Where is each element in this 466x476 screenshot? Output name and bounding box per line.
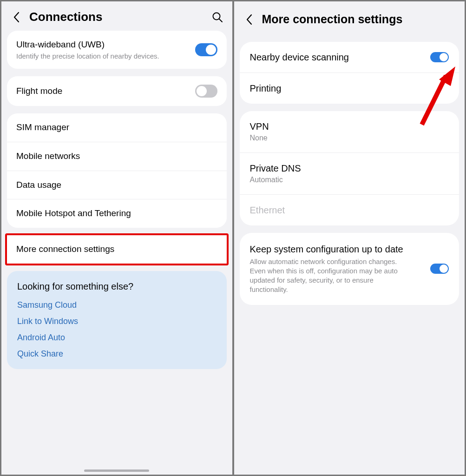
keep-config-item[interactable]: Keep system configuration up to date All…: [240, 233, 459, 305]
sim-manager-item[interactable]: SIM manager: [7, 113, 227, 142]
highlight-box: More connection settings: [5, 233, 229, 265]
page-title: Connections: [29, 10, 204, 24]
more-connection-item[interactable]: More connection settings: [7, 235, 227, 264]
uwb-title: Ultra-wideband (UWB): [16, 39, 195, 51]
scan-print-card: Nearby device scanning Printing: [240, 42, 459, 104]
back-icon[interactable]: [243, 14, 255, 25]
nearby-scanning-item[interactable]: Nearby device scanning: [240, 42, 459, 73]
flight-mode-card: Flight mode: [7, 76, 227, 106]
network-card: SIM manager Mobile networks Data usage M…: [7, 113, 227, 228]
flight-mode-title: Flight mode: [16, 86, 195, 97]
search-icon[interactable]: [212, 12, 223, 23]
header-left: Connections: [1, 1, 232, 31]
mobile-networks-item[interactable]: Mobile networks: [7, 142, 227, 171]
content-right: Nearby device scanning Printing VPN None…: [234, 33, 465, 475]
vpn-subtitle: None: [250, 133, 449, 143]
more-connection-panel: More connection settings Nearby device s…: [234, 1, 465, 475]
back-icon[interactable]: [11, 12, 22, 23]
uwb-card: Ultra-wideband (UWB) Identify the precis…: [7, 31, 227, 69]
printing-label: Printing: [250, 82, 282, 94]
svg-point-0: [213, 13, 220, 20]
link-android-auto[interactable]: Android Auto: [17, 333, 217, 343]
mobile-networks-label: Mobile networks: [16, 151, 80, 162]
flight-mode-toggle[interactable]: [195, 85, 217, 98]
private-dns-title: Private DNS: [250, 162, 449, 174]
sim-manager-label: SIM manager: [16, 122, 69, 133]
ethernet-label: Ethernet: [250, 204, 285, 216]
nearby-scanning-toggle[interactable]: [430, 52, 449, 62]
keep-config-title: Keep system configuration up to date: [250, 243, 431, 255]
keep-config-card: Keep system configuration up to date All…: [240, 233, 459, 305]
hotspot-item[interactable]: Mobile Hotspot and Tethering: [7, 199, 227, 228]
flight-mode-item[interactable]: Flight mode: [7, 76, 227, 106]
hotspot-label: Mobile Hotspot and Tethering: [16, 208, 131, 219]
svg-line-1: [219, 19, 222, 22]
data-usage-item[interactable]: Data usage: [7, 171, 227, 199]
info-title: Looking for something else?: [17, 281, 217, 292]
data-usage-label: Data usage: [16, 179, 61, 191]
home-indicator[interactable]: [84, 469, 149, 472]
vpn-title: VPN: [250, 120, 449, 132]
network-advanced-card: VPN None Private DNS Automatic Ethernet: [240, 111, 459, 225]
uwb-toggle[interactable]: [195, 43, 217, 56]
header-right: More connection settings: [234, 1, 465, 33]
uwb-item[interactable]: Ultra-wideband (UWB) Identify the precis…: [7, 31, 227, 69]
keep-config-desc: Allow automatic network configuration ch…: [250, 257, 408, 295]
link-quick-share[interactable]: Quick Share: [17, 349, 217, 359]
info-card: Looking for something else? Samsung Clou…: [7, 271, 227, 369]
link-samsung-cloud[interactable]: Samsung Cloud: [17, 300, 217, 310]
link-link-to-windows[interactable]: Link to Windows: [17, 317, 217, 326]
private-dns-item[interactable]: Private DNS Automatic: [240, 152, 459, 194]
private-dns-subtitle: Automatic: [250, 175, 449, 185]
vpn-item[interactable]: VPN None: [240, 111, 459, 152]
more-connection-label: More connection settings: [16, 244, 114, 255]
connections-panel: Connections Ultra-wideband (UWB) Identif…: [1, 1, 232, 475]
content-left: Ultra-wideband (UWB) Identify the precis…: [1, 31, 232, 466]
uwb-subtitle: Identify the precise location of nearby …: [16, 52, 195, 61]
ethernet-item: Ethernet: [240, 194, 459, 225]
keep-config-toggle[interactable]: [430, 264, 449, 274]
nearby-scanning-label: Nearby device scanning: [250, 51, 349, 63]
printing-item[interactable]: Printing: [240, 73, 459, 104]
page-title-right: More connection settings: [262, 13, 456, 26]
